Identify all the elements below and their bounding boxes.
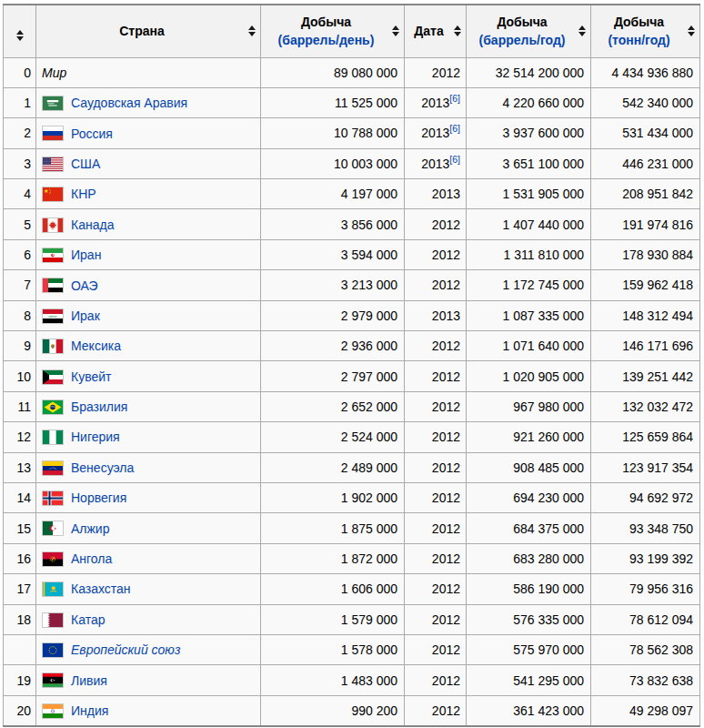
sort-icon[interactable]	[16, 30, 24, 41]
us-flag-icon[interactable]	[42, 157, 64, 172]
date-value: 2012	[432, 339, 460, 353]
production-tpy-cell: 531 434 000	[591, 118, 700, 148]
ly-flag-icon[interactable]	[42, 672, 64, 688]
date-value: 2012	[432, 703, 460, 718]
column-header-bpy[interactable]: Добыча(баррель/год)	[467, 5, 591, 57]
country-link[interactable]: Ирак	[71, 308, 100, 323]
date-value: 2012	[432, 399, 460, 414]
country-link[interactable]: Алжир	[71, 521, 109, 536]
date-cell: 2012	[405, 239, 467, 269]
country-link[interactable]: Иран	[71, 248, 101, 262]
country-link[interactable]: Канада	[71, 217, 114, 232]
eu-flag-icon[interactable]	[42, 642, 64, 658]
ca-flag-icon[interactable]	[42, 217, 64, 233]
kz-flag-icon[interactable]	[42, 581, 64, 597]
ru-flag-icon[interactable]	[42, 126, 64, 141]
production-bpd-cell: 3 594 000	[261, 239, 405, 269]
date-value: 2012	[432, 581, 460, 596]
country-link[interactable]: Европейский союз	[71, 643, 180, 658]
qa-flag-icon[interactable]	[42, 612, 64, 628]
sort-icon[interactable]	[454, 25, 461, 36]
country-link[interactable]: Индия	[71, 703, 108, 718]
unit-link[interactable]: (баррель/год)	[479, 33, 566, 47]
production-bpy-cell: 541 295 000	[467, 665, 591, 695]
sort-icon[interactable]	[392, 25, 399, 36]
iq-flag-icon[interactable]	[42, 308, 64, 324]
country-link[interactable]: Россия	[71, 126, 113, 141]
production-bpd-cell: 1 579 000	[261, 604, 405, 634]
country-cell: Ливия	[36, 665, 261, 695]
country-cell: Казахстан	[36, 574, 261, 604]
country-link[interactable]: ОАЭ	[71, 278, 98, 293]
date-cell: 2013	[405, 179, 467, 209]
reference-link[interactable]: [6]	[449, 154, 460, 165]
table-row: 2Россия10 788 0002013[6]3 937 600 000531…	[4, 118, 700, 148]
unit-link[interactable]: (тонн/год)	[608, 33, 669, 47]
ao-flag-icon[interactable]	[42, 551, 64, 567]
column-header-tpy[interactable]: Добыча(тонн/год)	[591, 5, 700, 57]
country-link[interactable]: Нигерия	[71, 430, 120, 445]
country-link[interactable]: Катар	[71, 612, 105, 627]
table-row: 0Мир89 080 000201232 514 200 0004 434 93…	[4, 57, 700, 87]
cn-flag-icon[interactable]	[42, 187, 64, 202]
oil-production-table: СтранаДобыча(баррель/день)ДатаДобыча(бар…	[3, 4, 700, 727]
production-bpy-cell: 1 407 440 000	[467, 209, 591, 239]
ve-flag-icon[interactable]	[42, 460, 64, 476]
page: СтранаДобыча(баррель/день)ДатаДобыча(бар…	[0, 0, 704, 728]
footnote-ref: [6]	[449, 154, 460, 165]
production-bpd-cell: 2 524 000	[261, 422, 405, 452]
rank-cell: 11	[4, 391, 36, 421]
country-link[interactable]: США	[71, 157, 100, 171]
sort-icon[interactable]	[688, 25, 695, 36]
production-tpy-cell: 73 832 638	[591, 665, 700, 695]
production-tpy-cell: 93 199 392	[591, 543, 700, 573]
country-cell: Бразилия	[36, 391, 261, 421]
mx-flag-icon[interactable]	[42, 339, 64, 354]
column-header-country[interactable]: Страна	[36, 5, 261, 57]
table-row: 17Казахстан1 606 0002012586 190 00079 95…	[4, 574, 700, 604]
sa-flag-icon[interactable]	[42, 96, 64, 111]
country-link[interactable]: Мексика	[71, 339, 121, 354]
country-link[interactable]: Казахстан	[71, 582, 131, 597]
production-bpd-cell: 10 788 000	[261, 118, 405, 148]
sort-icon[interactable]	[248, 25, 256, 36]
sort-icon[interactable]	[578, 25, 586, 36]
table-row: 18Катар1 579 0002012576 335 00078 612 09…	[4, 604, 700, 634]
country-link[interactable]: Ливия	[71, 673, 107, 688]
production-bpd-cell: 10 003 000	[261, 148, 405, 178]
column-header-date[interactable]: Дата	[405, 5, 467, 57]
column-title: Дата	[414, 24, 443, 38]
column-header-bpd[interactable]: Добыча(баррель/день)	[261, 5, 405, 57]
in-flag-icon[interactable]	[42, 703, 64, 719]
column-header-rank[interactable]	[4, 5, 36, 57]
country-link[interactable]: Ангола	[71, 551, 112, 566]
production-bpd-cell: 3 213 000	[261, 270, 405, 300]
reference-link[interactable]: [6]	[449, 124, 460, 135]
rank-cell: 16	[4, 543, 36, 573]
no-flag-icon[interactable]	[42, 490, 64, 506]
country-link[interactable]: Кувейт	[71, 369, 111, 384]
br-flag-icon[interactable]	[42, 399, 64, 415]
production-bpd-cell: 1 606 000	[261, 574, 405, 604]
country-cell: Венесуэла	[36, 452, 261, 482]
reference-link[interactable]: [6]	[449, 93, 460, 104]
country-link[interactable]: Норвегия	[71, 491, 126, 506]
ir-flag-icon[interactable]	[42, 248, 64, 263]
footnote-ref: [6]	[449, 124, 460, 135]
ng-flag-icon[interactable]	[42, 430, 64, 445]
date-cell: 2012	[405, 482, 467, 512]
table-row: 16Ангола1 872 0002012683 280 00093 199 3…	[4, 543, 700, 573]
dz-flag-icon[interactable]	[42, 521, 64, 536]
production-bpy-cell: 694 230 000	[467, 482, 591, 512]
ae-flag-icon[interactable]	[42, 278, 64, 293]
country-link[interactable]: КНР	[71, 187, 96, 202]
country-link[interactable]: Бразилия	[71, 399, 127, 414]
kw-flag-icon[interactable]	[42, 369, 64, 385]
unit-link[interactable]: (баррель/день)	[278, 33, 375, 47]
table-row: 4КНР4 197 00020131 531 905 000208 951 84…	[4, 179, 700, 209]
country-link[interactable]: Венесуэла	[71, 460, 134, 475]
date-value: 2012	[432, 369, 460, 384]
country-link[interactable]: Саудовская Аравия	[71, 96, 187, 110]
table-row: 1Саудовская Аравия11 525 0002013[6]4 220…	[4, 87, 700, 117]
country-cell: Мир	[36, 57, 261, 87]
